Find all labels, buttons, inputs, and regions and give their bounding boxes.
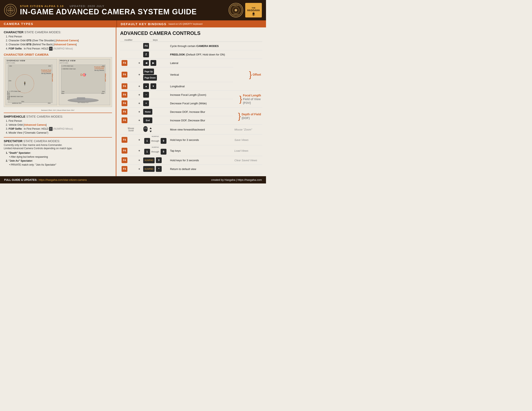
desc-cell: Hold keys for 3 seconds (169, 134, 233, 145)
bindings-table: modifier keys F4 (120, 38, 262, 173)
binding-load-views: F4 + NUMPAD 1 through 9 (120, 145, 262, 156)
camera-types-label: CAMERA TYPES (4, 22, 33, 26)
footer-right: created by Hasgaha | https://hasgaha.com (211, 178, 262, 182)
desc-cell: Lateral (169, 59, 233, 67)
num9-key-load: 9 (161, 149, 166, 155)
left-arrow-key: ◀ (143, 60, 149, 66)
desc-cell: Hold keys for 3 seconds (169, 156, 233, 165)
spectator-limited: Limited Advanced Camera Controls dependi… (4, 147, 112, 150)
spectator-state-title: SPECTATOR State Camera Modes: (4, 139, 112, 143)
svg-marker-27 (150, 131, 152, 132)
keys-cell: Page Up Page Down (142, 67, 169, 82)
f4-modifier: F4 (122, 100, 127, 106)
left-section-bar: CAMERA TYPES (0, 20, 116, 28)
binding-freelook: Z FREELOOK (Default OFF, Hold down for O… (120, 50, 262, 59)
list-item: 2. Vehicle Orbit [Advanced Camera] (6, 123, 112, 127)
plus-key: + (143, 100, 149, 106)
spectator-modes-list: 1. "Death" Spectator: • After dying but … (6, 151, 112, 167)
svg-rect-20 (77, 97, 85, 100)
keys-cell: F4 (142, 42, 169, 50)
keys-cell: ▲ ▼ (142, 82, 169, 91)
svg-text:MISC Freelancer: 37m*: MISC Freelancer: 37m* (78, 102, 88, 103)
keys-cell: End (142, 116, 169, 125)
keys-cell: NUMPAD * (142, 164, 169, 173)
ship-state-section: SHIP/VEHICLE State Camera Modes: 1. Firs… (4, 115, 112, 135)
header-text: STAR CITIZEN ALPHA 3.10 UPDATED: 2020 JU… (20, 5, 225, 16)
num1-key: 1 (144, 138, 150, 144)
desc-cell: Decrease DOF, Increase Blur (169, 108, 233, 116)
footer: FULL GUIDE & UPDATES: https://hasgaha.co… (0, 176, 266, 183)
list-item: 2. Character Orbit OTS (Over The Shoulde… (6, 39, 112, 43)
z-key: Z (143, 52, 149, 57)
character-modes-list: 1. First Person 2. Character Orbit OTS (… (6, 35, 112, 51)
f4-modifier: F4 (122, 157, 127, 163)
footer-url: https://hasgaha.com/star-citizen-camera (39, 178, 87, 182)
num0-key: 0 (156, 157, 162, 163)
keys-cell: Z (142, 50, 169, 59)
binding-default-view: F4 + NUMPAD * Return to default view (120, 164, 262, 173)
star-key: * (156, 166, 162, 172)
spectator-intro: Currently only in Star marine and Arena … (4, 143, 112, 146)
list-item: 1. First Person (6, 35, 112, 39)
keys-cell: + (142, 99, 169, 108)
character-state-title: CHARACTER State Camera Modes: (4, 30, 112, 34)
list-item: • PRIVATE match only: "Join As Spectator… (9, 163, 112, 167)
overhead-view: OVERHEAD VIEW (not to scale) 🕴 Freelook … (6, 59, 57, 105)
list-item: 3. FOIP Selfie: In First Person: HOLD − … (6, 127, 112, 131)
character-state-section: CHARACTER State Camera Modes: 1. First P… (4, 30, 112, 51)
list-item: • After dying but before respawning (9, 155, 112, 159)
hasgaha-badge: THE HASGAHA (245, 3, 262, 18)
desc-cell: Move view forward/backward (169, 125, 233, 134)
key-bindings-label: DEFAULT KEY BINDINGS (121, 22, 166, 26)
footer-left-text: FULL GUIDE & UPDATES: (4, 178, 38, 182)
col-header-keys: keys (142, 38, 169, 42)
svg-rect-23 (144, 127, 145, 129)
num1-key-load: 1 (144, 149, 150, 155)
keys-cell: NUMPAD 1 through 9 (142, 134, 169, 145)
svg-text:MADE BY: MADE BY (233, 5, 238, 6)
desc-cell: Cycle through certain CAMERA MODES (169, 42, 233, 50)
header-title: IN-GAME ADVANCED CAMERA SYSTEM GUIDE (20, 8, 225, 16)
dof-label: } Depth of Field (DOF) (234, 112, 261, 120)
numpad-label-key: NUMPAD (143, 157, 155, 163)
section-bar: CAMERA TYPES DEFAULT KEY BINDINGS based … (0, 20, 266, 28)
binding-lateral: F4 + ◀ ▶ Lateral } (120, 59, 262, 67)
keys-cell: ◀ ▶ (142, 59, 169, 67)
star-citizen-logo: STAR CITIZEN (4, 4, 17, 16)
keys-cell (142, 125, 169, 134)
orbit-diagram: OVERHEAD VIEW (not to scale) 🕴 Freelook … (4, 57, 112, 107)
header-badges: MADE BY COMMUNITY THE THE HASGAHA (228, 3, 262, 18)
key-bindings-sublabel: based on US QWERTY keyboard (169, 23, 202, 25)
focal-label: } Focal Length Field of View (FOV) (234, 94, 261, 105)
desc-cell: Vertical (169, 67, 233, 82)
f4-modifier: F4 (122, 148, 127, 153)
col-header-modifier: modifier (120, 38, 137, 42)
f4-modifier: F4 (122, 137, 127, 143)
binding-mouse-zoom: MouseScroll (120, 125, 262, 134)
desc-cell: Return to default view (169, 164, 233, 173)
offset-label: } Offset (234, 70, 261, 79)
through-text: through (152, 140, 159, 142)
f4-modifier: F4 (122, 117, 127, 123)
save-views-label: Save Views (234, 138, 248, 142)
community-badge: MADE BY COMMUNITY THE (228, 3, 243, 18)
keys-cell: Home (142, 108, 169, 116)
desc-cell: Longitudinal (169, 82, 233, 91)
ship-notes: Backward Offset: 10m* | Mouse Wheel Zoom… (4, 109, 112, 111)
controls-title: ADVANCED CAMERA CONTROLS (120, 30, 262, 36)
f4-modifier: F4 (122, 166, 127, 172)
main-content: CHARACTER State Camera Modes: 1. First P… (0, 28, 266, 176)
home-key: Home (143, 109, 152, 115)
svg-text:THE: THE (252, 7, 255, 9)
desc-cell: Increase DOF, Decrease Blur (169, 116, 233, 125)
f4-modifier: F4 (122, 109, 127, 115)
desc-cell: Decrease Focal Length (Wide) (169, 99, 233, 108)
list-item: 4. Missile View ("Cinematic Cameras") (6, 131, 112, 135)
list-item: 1. "Death" Spectator: (6, 151, 112, 155)
mouse-zoom-label: Mouse "Zoom" (234, 128, 252, 131)
up-arrow-key: ▲ (143, 83, 149, 89)
end-key: End (143, 117, 152, 123)
list-item: 2. "Join As" Spectator: (6, 159, 112, 163)
desc-cell: Increase Focal Length (Zoom) (169, 91, 233, 99)
spectator-state-section: SPECTATOR State Camera Modes: Currently … (4, 139, 112, 167)
